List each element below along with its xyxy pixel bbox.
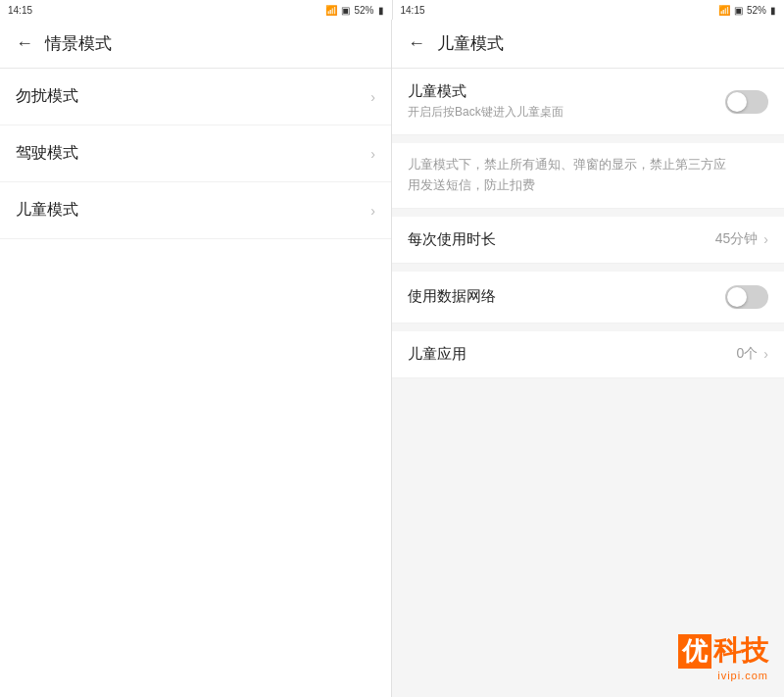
- right-panel: ← 儿童模式 儿童模式 开启后按Back键进入儿童桌面: [392, 20, 784, 697]
- toggle-thumb-kids: [727, 92, 747, 112]
- status-bars: 14:15 📶 ▣ 52% ▮ 14:15 📶 ▣ 52% ▮: [0, 0, 784, 20]
- settings-list: 儿童模式 开启后按Back键进入儿童桌面 儿童模式下，禁止所有通知、弹窗的显示，…: [392, 69, 784, 697]
- watermark-url: ivipi.com: [717, 670, 768, 681]
- battery-right: 52%: [747, 5, 766, 16]
- watermark-logo: 优科技: [678, 632, 768, 670]
- status-icons-left: 📶 ▣ 52% ▮: [325, 5, 383, 16]
- kids-apps-item[interactable]: 儿童应用 0个 ›: [392, 331, 784, 378]
- kids-mode-description-section: 儿童模式下，禁止所有通知、弹窗的显示，禁止第三方应用发送短信，防止扣费: [392, 143, 784, 209]
- chevron-drive-icon: ›: [370, 146, 375, 162]
- kids-apps-section: 儿童应用 0个 ›: [392, 331, 784, 378]
- time-left: 14:15: [8, 5, 32, 16]
- kids-mode-section: 儿童模式 开启后按Back键进入儿童桌面: [392, 69, 784, 135]
- data-network-right: [725, 285, 768, 309]
- chevron-kids-icon: ›: [370, 203, 375, 219]
- right-panel-title: 儿童模式: [437, 32, 504, 55]
- right-header: ← 儿童模式: [392, 20, 784, 69]
- usage-time-left: 每次使用时长: [408, 230, 715, 249]
- menu-item-drive[interactable]: 驾驶模式 ›: [0, 125, 391, 182]
- chevron-usage-icon: ›: [763, 231, 768, 247]
- wifi-icon: 📶: [325, 5, 337, 16]
- kids-mode-left: 儿童模式 开启后按Back键进入儿童桌面: [408, 82, 725, 121]
- kids-mode-description: 儿童模式下，禁止所有通知、弹窗的显示，禁止第三方应用发送短信，防止扣费: [408, 155, 768, 196]
- left-header: ← 情景模式: [0, 20, 391, 69]
- watermark-logo-text: 科技: [713, 635, 768, 666]
- kids-mode-right: [725, 90, 768, 114]
- status-bar-left: 14:15 📶 ▣ 52% ▮: [0, 0, 392, 20]
- main-content: ← 情景模式 勿扰模式 › 驾驶模式 › 儿童模式 › ← 儿童模式: [0, 20, 784, 697]
- watermark-logo-char: 优: [678, 634, 711, 669]
- sim-icon: ▣: [341, 5, 350, 16]
- chevron-apps-icon: ›: [763, 346, 768, 362]
- data-network-title: 使用数据网络: [408, 287, 725, 306]
- kids-mode-subtitle: 开启后按Back键进入儿童桌面: [408, 104, 725, 121]
- usage-time-value: 45分钟: [715, 230, 759, 248]
- usage-time-item[interactable]: 每次使用时长 45分钟 ›: [392, 217, 784, 264]
- usage-time-title: 每次使用时长: [408, 230, 715, 249]
- menu-item-dnd[interactable]: 勿扰模式 ›: [0, 69, 391, 125]
- data-network-section: 使用数据网络: [392, 272, 784, 324]
- sim-icon-r: ▣: [734, 5, 743, 16]
- data-network-item[interactable]: 使用数据网络: [392, 272, 784, 324]
- kids-apps-left: 儿童应用: [408, 345, 737, 364]
- battery-icon-right: ▮: [770, 5, 776, 16]
- menu-item-dnd-label: 勿扰模式: [16, 86, 78, 107]
- watermark: 优科技 ivipi.com: [678, 632, 768, 681]
- status-bar-right: 14:15 📶 ▣ 52% ▮: [393, 0, 785, 20]
- kids-apps-right: 0个 ›: [737, 345, 768, 363]
- kids-apps-value: 0个: [737, 345, 759, 363]
- time-right: 14:15: [401, 5, 425, 16]
- data-network-toggle[interactable]: [725, 285, 768, 309]
- usage-time-section: 每次使用时长 45分钟 ›: [392, 217, 784, 264]
- kids-mode-title: 儿童模式: [408, 82, 725, 101]
- data-network-left: 使用数据网络: [408, 287, 725, 306]
- status-icons-right: 📶 ▣ 52% ▮: [718, 5, 776, 16]
- toggle-thumb-data: [727, 287, 747, 307]
- battery-icon-left: ▮: [378, 5, 384, 16]
- left-panel: ← 情景模式 勿扰模式 › 驾驶模式 › 儿童模式 ›: [0, 20, 392, 697]
- chevron-dnd-icon: ›: [370, 89, 375, 105]
- right-back-button[interactable]: ←: [408, 33, 425, 54]
- kids-apps-title: 儿童应用: [408, 345, 737, 364]
- menu-item-kids-label: 儿童模式: [16, 200, 78, 221]
- battery-left: 52%: [354, 5, 373, 16]
- menu-item-drive-label: 驾驶模式: [16, 143, 78, 164]
- menu-item-kids[interactable]: 儿童模式 ›: [0, 182, 391, 239]
- kids-mode-toggle-item[interactable]: 儿童模式 开启后按Back键进入儿童桌面: [392, 69, 784, 135]
- menu-list: 勿扰模式 › 驾驶模式 › 儿童模式 ›: [0, 69, 391, 697]
- usage-time-right: 45分钟 ›: [715, 230, 768, 248]
- left-back-button[interactable]: ←: [16, 33, 33, 54]
- left-panel-title: 情景模式: [45, 32, 112, 55]
- kids-mode-toggle[interactable]: [725, 90, 768, 114]
- wifi-icon-r: 📶: [718, 5, 730, 16]
